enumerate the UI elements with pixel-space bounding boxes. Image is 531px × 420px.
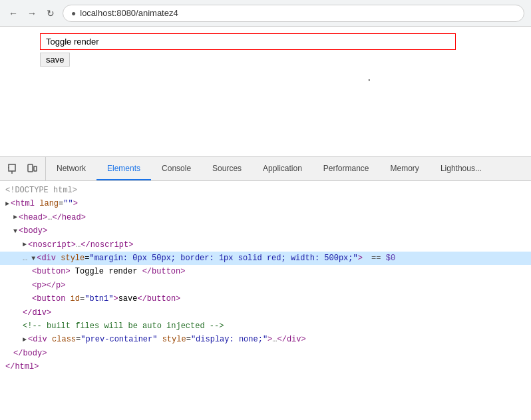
dom-line-p[interactable]: <p></p> xyxy=(0,279,531,292)
expand-icon[interactable]: ► xyxy=(5,198,9,210)
toggle-render-button[interactable]: Toggle render xyxy=(40,33,456,50)
dom-line-html-close[interactable]: </html> xyxy=(0,360,531,373)
dot-menu-icon[interactable]: … xyxy=(23,252,27,265)
tab-lighthouse[interactable]: Lighthous... xyxy=(430,157,492,180)
address-bar[interactable]: ● localhost:8080/animatez4 xyxy=(63,5,524,22)
collapse-icon[interactable]: ▼ xyxy=(13,226,17,237)
lock-icon: ● xyxy=(71,9,76,18)
dom-line-prev-container[interactable]: ►<div class="prev-container" style="disp… xyxy=(0,333,531,346)
svg-rect-4 xyxy=(34,166,37,171)
dom-line-body-close[interactable]: </body> xyxy=(0,347,531,360)
device-toolbar-icon[interactable] xyxy=(24,161,40,177)
svg-rect-0 xyxy=(9,164,15,171)
inspect-element-icon[interactable] xyxy=(5,161,21,177)
dom-line-comment: <!-- built files will be auto injected -… xyxy=(0,319,531,333)
expand-icon[interactable]: ► xyxy=(13,212,17,223)
back-button[interactable]: ← xyxy=(7,7,20,20)
collapse-icon[interactable]: ▼ xyxy=(31,253,35,264)
devtools-icon-group xyxy=(0,157,46,180)
forward-button[interactable]: → xyxy=(25,7,39,20)
dom-line-html[interactable]: ►<html lang=""> xyxy=(0,197,531,210)
dom-line-button-save[interactable]: <button id="btn1">save</button> xyxy=(0,292,531,306)
devtools-tabs: Network Elements Console Sources Applica… xyxy=(46,157,531,180)
tab-console[interactable]: Console xyxy=(151,157,202,180)
devtools-panel: Network Elements Console Sources Applica… xyxy=(0,156,531,420)
expand-icon[interactable]: ► xyxy=(23,334,27,345)
tab-elements[interactable]: Elements xyxy=(96,157,151,180)
tab-network[interactable]: Network xyxy=(46,157,96,180)
reload-button[interactable]: ↻ xyxy=(44,7,57,20)
devtools-toolbar: Network Elements Console Sources Applica… xyxy=(0,157,531,181)
dom-line-body[interactable]: ▼<body> xyxy=(0,224,531,238)
url-text: localhost:8080/animatez4 xyxy=(80,8,178,18)
dom-line-button-toggle[interactable]: <button> Toggle render </button> xyxy=(0,265,531,278)
dom-line-noscript[interactable]: ►<noscript>…</noscript> xyxy=(0,238,531,252)
elements-panel-content: <!DOCTYPE html> ►<html lang=""> ►<head>…… xyxy=(0,181,531,420)
dom-line-head[interactable]: ►<head>…</head> xyxy=(0,211,531,224)
tab-sources[interactable]: Sources xyxy=(202,157,252,180)
tab-performance[interactable]: Performance xyxy=(313,157,380,180)
browser-chrome: ← → ↻ ● localhost:8080/animatez4 xyxy=(0,0,531,27)
save-button[interactable]: save xyxy=(40,53,70,67)
page-content: Toggle render save ⬞ xyxy=(0,27,531,156)
expand-icon[interactable]: ► xyxy=(23,239,27,250)
svg-rect-3 xyxy=(28,164,33,172)
dom-line-div-close[interactable]: </div> xyxy=(0,306,531,319)
dom-line-div-selected[interactable]: … ▼<div style="margin: 0px 50px; border:… xyxy=(0,252,531,265)
tab-memory[interactable]: Memory xyxy=(380,157,430,180)
cursor: ⬞ xyxy=(366,75,373,87)
dom-line-doctype: <!DOCTYPE html> xyxy=(0,184,531,197)
tab-application[interactable]: Application xyxy=(252,157,313,180)
